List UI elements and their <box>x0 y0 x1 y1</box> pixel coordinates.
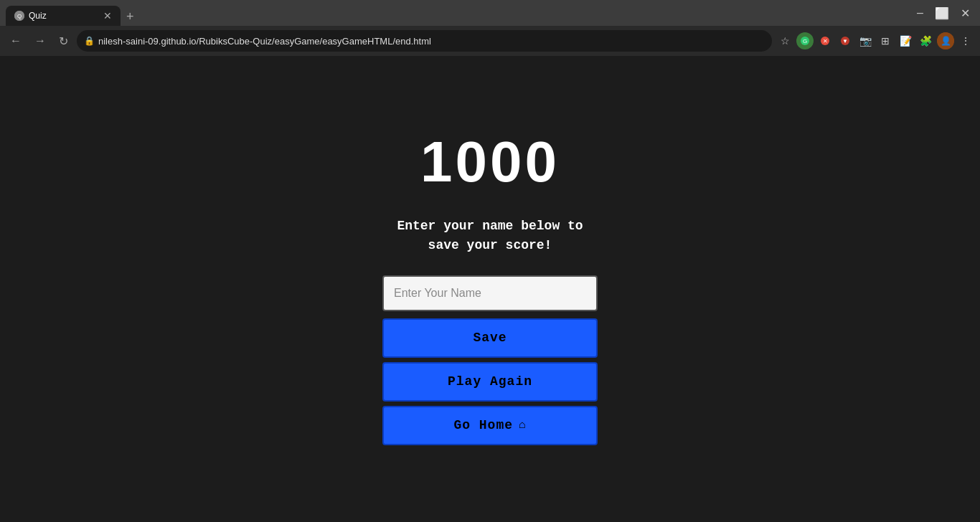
svg-text:✕: ✕ <box>823 38 828 44</box>
menu-icon[interactable]: ⋮ <box>957 32 974 49</box>
address-bar-container: 🔒 <box>77 30 772 52</box>
back-button[interactable]: ← <box>6 32 26 50</box>
address-input[interactable] <box>77 30 772 52</box>
score-prompt: Enter your name below to save your score… <box>397 217 583 255</box>
bookmark-icon[interactable]: ☆ <box>776 32 793 49</box>
active-tab[interactable]: Q Quiz ✕ <box>6 6 121 26</box>
new-tab-button[interactable]: + <box>121 7 140 26</box>
address-bar-row: ← → ↻ 🔒 ☆ G ✕ ▼ 📷 ⊞ 📝 🧩 👤 ⋮ <box>0 26 980 56</box>
page-content: 1000 Enter your name below to save your … <box>0 56 980 522</box>
lock-icon: 🔒 <box>84 36 95 46</box>
grid-icon[interactable]: ⊞ <box>877 32 894 49</box>
reload-button[interactable]: ↻ <box>55 32 72 51</box>
window-controls: – ⬜ ✕ <box>913 5 974 22</box>
save-button[interactable]: Save <box>382 318 598 358</box>
minimize-button[interactable]: – <box>913 5 928 21</box>
play-again-button[interactable]: Play Again <box>382 362 598 402</box>
tab-bar: Q Quiz ✕ + <box>6 0 904 26</box>
tab-title: Quiz <box>29 11 47 21</box>
notes-icon[interactable]: 📝 <box>897 32 914 49</box>
go-home-button[interactable]: Go Home ⌂ <box>382 406 598 445</box>
extensions-icon[interactable]: 🧩 <box>917 32 934 49</box>
avatar[interactable]: 👤 <box>937 32 954 49</box>
svg-text:Q: Q <box>17 13 22 19</box>
home-icon: ⌂ <box>519 419 527 432</box>
svg-text:▼: ▼ <box>842 38 848 44</box>
extension-darkred-icon[interactable]: ▼ <box>837 32 854 49</box>
svg-text:G: G <box>803 38 807 44</box>
forward-button[interactable]: → <box>30 32 50 50</box>
close-button[interactable]: ✕ <box>956 5 974 22</box>
maximize-button[interactable]: ⬜ <box>930 5 953 22</box>
score-display: 1000 <box>420 129 560 195</box>
svg-text:👤: 👤 <box>941 35 951 46</box>
extension-green-icon[interactable]: G <box>796 32 814 49</box>
tab-close-button[interactable]: ✕ <box>103 11 112 21</box>
extension-red-icon[interactable]: ✕ <box>816 32 834 49</box>
tab-favicon: Q <box>14 11 24 21</box>
toolbar-icons: ☆ G ✕ ▼ 📷 ⊞ 📝 🧩 👤 ⋮ <box>776 32 974 49</box>
name-input[interactable] <box>382 275 598 311</box>
screenshot-icon[interactable]: 📷 <box>857 32 874 49</box>
browser-titlebar: Q Quiz ✕ + – ⬜ ✕ <box>0 0 980 26</box>
